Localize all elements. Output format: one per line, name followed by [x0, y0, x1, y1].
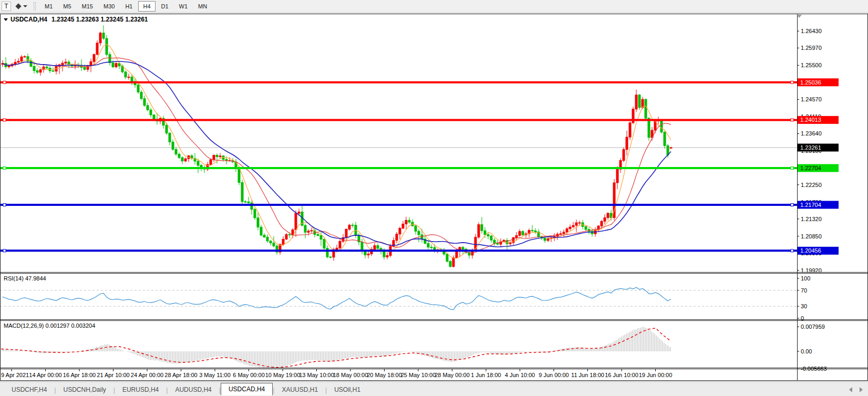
candle-body [563, 232, 565, 234]
scroll-right-icon[interactable] [860, 387, 863, 392]
candle-body [292, 230, 294, 235]
candle-body [339, 241, 341, 248]
price-badge-label[interactable]: 1.25036 [800, 79, 821, 86]
price-badge-label[interactable]: 1.21704 [800, 202, 821, 208]
chart-canvas[interactable]: 1.264301.259701.255001.245701.241101.236… [0, 14, 868, 381]
time-tick-label: 9 Apr 2021 [1, 372, 29, 378]
timeframe-button-h1[interactable]: H1 [120, 1, 137, 12]
timeframe-button-m1[interactable]: M1 [40, 1, 57, 12]
candle-body [604, 217, 606, 221]
candle-body [462, 247, 464, 249]
time-tick-label: 19 Jun 00:00 [639, 372, 673, 378]
candle-body [17, 61, 19, 62]
time-tick-label: 6 May 00:00 [233, 372, 265, 378]
candle-body [374, 246, 376, 249]
tab-xauusd-h1[interactable]: XAUUSD,H1 [274, 384, 325, 395]
rsi-scale-label: 70 [801, 287, 807, 294]
candle-body [478, 225, 480, 237]
timeframe-toolbar: M1M5M15M30H1H4D1W1MN [39, 1, 212, 12]
price-badge-label[interactable]: 1.23261 [800, 144, 821, 151]
toolbar-grip [34, 2, 36, 11]
candle-body [449, 262, 451, 267]
hline-anchor[interactable] [3, 167, 6, 170]
candle-body [20, 57, 23, 61]
candle-body [61, 63, 64, 65]
tab-usdcnh-daily[interactable]: USDCNH,Daily [56, 384, 113, 395]
tab-usdcad-h4[interactable]: USDCAD,H4 [221, 383, 273, 395]
candle-body [635, 95, 637, 109]
hline-anchor[interactable] [791, 119, 793, 121]
tab-scroll-arrows [849, 387, 863, 392]
candle-body [329, 257, 332, 257]
scroll-left-icon[interactable] [849, 387, 852, 392]
candle-body [560, 234, 562, 234]
hline-anchor[interactable] [791, 249, 793, 252]
candle-body [106, 38, 108, 55]
tab-audusd-h4[interactable]: AUDUSD,H4 [168, 384, 219, 395]
hline-anchor[interactable] [791, 81, 793, 84]
candle-body [645, 99, 647, 118]
rsi-scale-label: 0 [801, 315, 804, 321]
ohlc-values: 1.23245 1.23263 1.23245 1.23261 [51, 16, 148, 23]
tab-usoil-h1[interactable]: USOil,H1 [327, 384, 368, 395]
hline-anchor[interactable] [3, 249, 6, 252]
time-tick-label: 18 May 00:00 [333, 372, 368, 378]
time-tick-label: 21 Apr 10:00 [97, 372, 129, 378]
candle-body [254, 210, 256, 218]
candle-body [519, 232, 521, 236]
candle-body [421, 235, 423, 239]
macd-scale-label: -0.005663 [801, 366, 827, 372]
hline-anchor[interactable] [3, 204, 6, 206]
timeframe-button-m5[interactable]: M5 [58, 1, 76, 12]
tab-usdchf-h4[interactable]: USDCHF,H4 [4, 384, 54, 395]
cursor-tool-button[interactable] [15, 2, 28, 11]
candle-body [544, 238, 546, 240]
timeframe-button-mn[interactable]: MN [193, 1, 212, 12]
cursor-tool-icon [15, 3, 21, 9]
candle-body [405, 220, 407, 224]
candle-body [367, 254, 369, 255]
candle-body [125, 72, 127, 77]
hline-anchor[interactable] [791, 204, 793, 206]
timeframe-button-w1[interactable]: W1 [174, 1, 193, 12]
chart-tabs: USDCHF,H4|USDCNH,Daily|EURUSD,H4|AUDUSD,… [0, 382, 368, 396]
candle-body [96, 43, 98, 55]
price-badge-label[interactable]: 1.22704 [800, 165, 821, 171]
candle-body [150, 110, 152, 115]
candle-body [273, 243, 275, 246]
candle-body [345, 229, 347, 237]
candle-body [304, 225, 306, 232]
timeframe-button-m30[interactable]: M30 [99, 1, 119, 12]
price-tick-label: 1.21320 [801, 216, 822, 222]
candle-body [257, 218, 259, 227]
candle-body [210, 160, 212, 164]
candle-body [260, 227, 262, 235]
candle-body [515, 235, 518, 237]
candle-body [298, 212, 300, 214]
candle-body [30, 61, 32, 67]
price-badge-label[interactable]: 1.24013 [800, 117, 821, 123]
timeframe-button-m15[interactable]: M15 [77, 1, 98, 12]
price-badge-label[interactable]: 1.20456 [800, 247, 821, 254]
candle-body [14, 62, 16, 65]
text-tool-button[interactable]: T [2, 2, 11, 11]
candle-body [493, 240, 495, 243]
symbol-period-label: USDCAD,H4 [11, 16, 47, 23]
candle-body [238, 169, 240, 182]
hline-anchor[interactable] [3, 81, 6, 84]
candle-body [408, 220, 410, 222]
timeframe-button-d1[interactable]: D1 [157, 1, 173, 12]
macd-indicator-label: MACD(12,26,9) 0.001297 0.003204 [4, 322, 95, 329]
candle-body [285, 235, 287, 239]
timeframe-button-h4[interactable]: H4 [138, 1, 155, 12]
candle-body [153, 115, 155, 119]
candle-body [490, 236, 492, 240]
tab-eurusd-h4[interactable]: EURUSD,H4 [115, 384, 166, 395]
candle-body [33, 66, 35, 70]
chart-background [0, 14, 868, 381]
hline-anchor[interactable] [3, 119, 6, 121]
candle-body [311, 231, 313, 231]
candle-body [102, 33, 105, 38]
hline-anchor[interactable] [791, 167, 793, 170]
candle-body [352, 225, 354, 226]
